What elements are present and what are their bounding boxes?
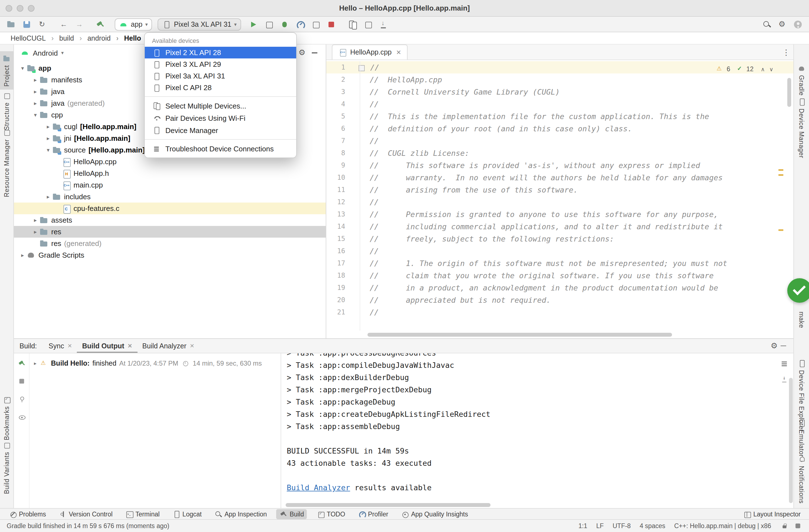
chevron-icon[interactable] <box>44 135 52 141</box>
hide-panel-icon[interactable] <box>310 49 319 57</box>
back-button[interactable] <box>57 18 70 30</box>
warning-stripe-mark[interactable] <box>778 169 784 171</box>
profile-button[interactable] <box>293 18 307 30</box>
build-output-console[interactable]: > Task :app:processDebugResources > Task… <box>281 353 793 508</box>
sync-gradle-button[interactable] <box>36 18 49 30</box>
tree-item[interactable]: HelloApp.h <box>14 167 326 179</box>
code-line[interactable]: 6 // definition of your root (and in thi… <box>326 122 793 135</box>
chevron-icon[interactable] <box>31 88 39 94</box>
console-horizontal-scrollbar[interactable] <box>286 503 490 507</box>
indicator-icon[interactable] <box>794 522 802 530</box>
tool-window-button[interactable]: Problems <box>5 509 49 519</box>
tree-item[interactable]: main.cpp <box>14 179 326 191</box>
sidebar-item-emulator[interactable]: Emulator <box>794 419 809 457</box>
tool-window-button[interactable]: TODO <box>313 509 348 519</box>
build-tab[interactable]: Build Analyzer ✕ <box>137 339 199 353</box>
breadcrumb-item[interactable]: build <box>49 34 76 42</box>
code-line[interactable]: 16 // <box>326 245 793 257</box>
code-line[interactable]: 19 // in a product, an acknowledgment in… <box>326 282 793 294</box>
code-line[interactable]: 14 // including commercial applications,… <box>326 220 793 233</box>
sidebar-item-make[interactable]: make <box>794 312 809 328</box>
open-button[interactable] <box>4 18 18 30</box>
editor-horizontal-scrollbar[interactable] <box>367 333 672 337</box>
run-configuration-selector[interactable]: app ▾ <box>115 18 152 30</box>
menu-item-device[interactable]: Pixel 2 XL API 28 <box>145 47 296 58</box>
menu-item-device[interactable]: Pixel C API 28 <box>145 82 296 93</box>
editor-vertical-scrollbar[interactable] <box>787 78 791 107</box>
sidebar-item-bookmarks[interactable]: Bookmarks <box>0 395 13 440</box>
close-window-button[interactable] <box>5 5 12 12</box>
code-line[interactable]: 17 // 1. The origin of this software mus… <box>326 257 793 269</box>
search-everywhere-button[interactable] <box>760 18 773 30</box>
tab-helloapp-cpp[interactable]: HelloApp.cpp ✕ <box>332 45 407 59</box>
chevron-down-icon[interactable]: ▾ <box>61 50 64 56</box>
sidebar-item-notifications[interactable]: Notifications <box>794 455 809 503</box>
zoom-window-button[interactable] <box>28 5 35 12</box>
gear-icon[interactable] <box>298 49 307 57</box>
build-tab[interactable]: Sync ✕ <box>44 339 77 353</box>
code-line[interactable]: 7 // <box>326 135 793 147</box>
status-widget[interactable]: LF <box>596 522 604 529</box>
chevron-icon[interactable] <box>18 252 27 258</box>
sidebar-item-structure[interactable]: Structure <box>0 91 13 130</box>
menu-item-device[interactable]: Pixel 3a XL API 31 <box>145 70 296 82</box>
make-project-button[interactable] <box>93 18 107 30</box>
build-analyzer-link[interactable]: Build Analyzer <box>287 483 350 492</box>
menu-item-action[interactable]: Device Manager <box>145 124 296 136</box>
apply-changes-button[interactable] <box>262 18 276 30</box>
forward-button[interactable] <box>72 18 86 30</box>
code-line[interactable]: 8 // CUGL zlib License: <box>326 147 793 159</box>
tree-item[interactable]: res (generated) <box>14 237 326 249</box>
code-line[interactable]: 21 // <box>326 306 793 318</box>
code-line[interactable]: 2 // HelloApp.cpp <box>326 73 793 86</box>
tool-window-button[interactable]: Logcat <box>169 509 204 519</box>
status-widget[interactable]: UTF-8 <box>613 522 631 529</box>
tree-item[interactable]: includes <box>14 191 326 202</box>
account-button[interactable] <box>791 18 805 30</box>
code-line[interactable]: 3 // Cornell University Game Library (CU… <box>326 86 793 98</box>
sidebar-item-resource-manager[interactable]: Resource Manager <box>0 128 13 197</box>
warning-stripe-mark[interactable] <box>778 174 784 176</box>
code-line[interactable]: 10 // warranty. In no event will the aut… <box>326 172 793 184</box>
code-line[interactable]: 4 // <box>326 98 793 110</box>
tool-window-button[interactable]: App Inspection <box>211 509 270 519</box>
tool-window-button-layout-inspector[interactable]: Layout Inspector <box>740 509 804 519</box>
menu-item-troubleshoot[interactable]: Troubleshoot Device Connections <box>145 142 296 155</box>
minimize-window-button[interactable] <box>17 5 23 12</box>
build-status-row[interactable]: ▸ Build Hello: finished At 1/20/23, 4:57… <box>34 359 262 368</box>
code-line[interactable]: 5 // This is the implementation file for… <box>326 110 793 122</box>
chevron-icon[interactable] <box>44 124 52 130</box>
next-issue-icon[interactable]: ∨ <box>769 66 773 72</box>
chevron-icon[interactable] <box>31 100 39 106</box>
device-selector[interactable]: Pixel 3a XL API 31 ▾ <box>158 18 241 30</box>
hide-panel-icon[interactable] <box>779 341 788 350</box>
device-mirroring-button[interactable] <box>377 18 390 30</box>
code-line[interactable]: 12 // <box>326 196 793 208</box>
close-tab-icon[interactable]: ✕ <box>67 343 72 349</box>
build-success-indicator[interactable] <box>787 278 809 303</box>
close-tab-icon[interactable]: ✕ <box>190 343 194 349</box>
attach-debugger-button[interactable] <box>309 18 322 30</box>
tree-item[interactable]: assets <box>14 214 326 226</box>
chevron-icon[interactable] <box>31 217 39 223</box>
close-tab-icon[interactable]: ✕ <box>127 343 132 349</box>
gear-icon[interactable] <box>770 341 779 350</box>
tool-window-button[interactable]: Build <box>276 509 307 519</box>
expand-icon[interactable]: ▸ <box>34 360 36 366</box>
chevron-icon[interactable] <box>31 229 39 235</box>
tree-item[interactable]: cpu-features.c <box>14 202 326 214</box>
stop-button[interactable] <box>325 18 338 30</box>
code-line[interactable]: 20 // appreciated but is not required. <box>326 294 793 306</box>
tree-item[interactable]: res <box>14 226 326 237</box>
menu-item-action[interactable]: Pair Devices Using Wi-Fi <box>145 112 296 124</box>
code-line[interactable]: 13 // Permission is granted to anyone to… <box>326 208 793 220</box>
code-area[interactable]: 1 // 2 // HelloApp.cpp 3 // Cornell Univ… <box>326 61 793 338</box>
sidebar-item-device-manager[interactable]: Device Manager <box>794 97 809 158</box>
chevron-icon[interactable] <box>44 147 52 153</box>
chevron-icon[interactable] <box>31 77 39 83</box>
debug-button[interactable] <box>278 18 291 30</box>
code-line[interactable]: 18 // claim that you wrote the original … <box>326 269 793 282</box>
inspection-widget[interactable]: 6 12 ∧ ∨ <box>716 65 773 73</box>
code-line[interactable]: 11 // arising from the use of this softw… <box>326 184 793 196</box>
filter-icon[interactable] <box>18 413 25 421</box>
